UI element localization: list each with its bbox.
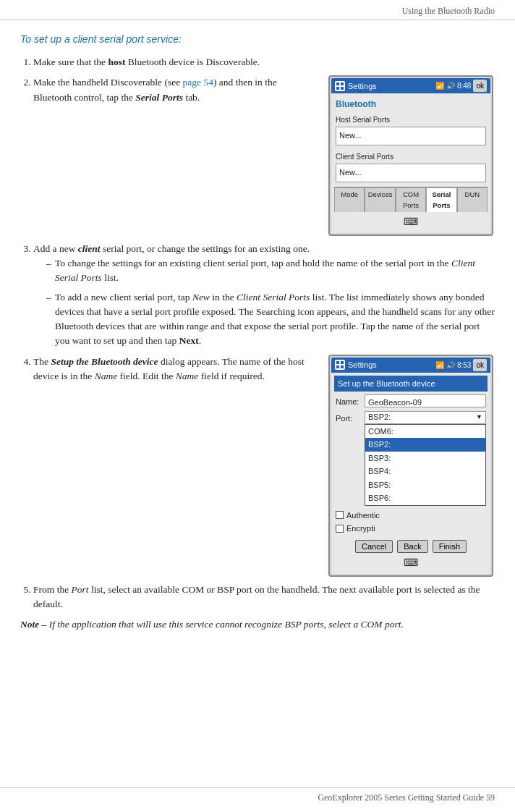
step-4: The Setup the Bluetooth device dialog ap… bbox=[33, 355, 495, 577]
tab-devices[interactable]: Devices bbox=[365, 187, 395, 212]
device2-port-row: Port: BSP2: ▼ COM6: BSP2: bbox=[334, 411, 488, 506]
device2-dropdown: COM6: BSP2: BSP3: BSP4: BSP5: BSP6: bbox=[365, 424, 486, 506]
dropdown-item-bsp4[interactable]: BSP4: bbox=[365, 465, 485, 478]
keyboard-icon: ⌨ bbox=[334, 212, 488, 230]
device2-button-row: Cancel Back Finish bbox=[334, 540, 488, 553]
device2-select-box[interactable]: BSP2: ▼ bbox=[365, 411, 486, 424]
device1-title: Settings bbox=[348, 80, 377, 93]
svg-rect-2 bbox=[336, 87, 339, 90]
next-ref: Next bbox=[179, 335, 199, 346]
step2-text: Make the handheld Discoverable (see page… bbox=[33, 75, 315, 236]
port-ref: Port bbox=[72, 584, 89, 595]
svg-rect-6 bbox=[336, 365, 339, 368]
device1-client-list: New... bbox=[336, 164, 486, 182]
dropdown-item-com6[interactable]: COM6: bbox=[365, 425, 485, 439]
footer-text: GeoExplorer 2005 Series Getting Started … bbox=[318, 792, 495, 803]
auth-checkbox[interactable] bbox=[336, 511, 344, 519]
device2-port-label: Port: bbox=[336, 411, 365, 425]
device1-tabs: Mode Devices COM Ports Serial Ports DUN bbox=[334, 187, 488, 212]
tab-com-ports[interactable]: COM Ports bbox=[396, 187, 426, 212]
device2-heading: Set up the Bluetooth device bbox=[334, 376, 488, 392]
device1-client-new: New... bbox=[339, 168, 362, 177]
device2-titlebar: Settings 📶 🔊 8:53 ok bbox=[331, 358, 490, 373]
device1-bluetooth-label: Bluetooth bbox=[334, 96, 488, 113]
svg-rect-1 bbox=[341, 83, 344, 85]
step-1: Make sure that the host Bluetooth device… bbox=[33, 55, 495, 69]
note-block: Note – If the application that will use … bbox=[20, 617, 495, 632]
tab-mode[interactable]: Mode bbox=[334, 187, 365, 212]
finish-button[interactable]: Finish bbox=[433, 540, 467, 553]
dropdown-item-bsp6[interactable]: BSP6: bbox=[365, 491, 485, 505]
name-field-ref-1: Name bbox=[95, 371, 118, 381]
section-heading: To set up a client serial port service: bbox=[20, 33, 495, 45]
device1-host-list: New... bbox=[336, 127, 486, 145]
tab-serial-ports[interactable]: Serial Ports bbox=[426, 187, 456, 212]
note-text: If the application that will use this se… bbox=[49, 619, 404, 630]
device2-name-input[interactable]: GeoBeacon-09 bbox=[365, 394, 486, 407]
device2-volume-icon: 🔊 bbox=[446, 360, 455, 371]
header-text: Using the Bluetooth Radio bbox=[402, 6, 495, 16]
device1-host-label: Host Serial Ports bbox=[334, 113, 488, 126]
device2-title: Settings bbox=[348, 359, 377, 371]
settings-icon bbox=[335, 81, 345, 91]
step3-subitem-1: To change the settings for an existing c… bbox=[46, 256, 495, 286]
svg-rect-3 bbox=[341, 87, 344, 90]
device2-body: Set up the Bluetooth device Name: GeoBea… bbox=[331, 373, 490, 574]
device1-host-new: New... bbox=[339, 131, 362, 140]
auth-label: Authentic bbox=[346, 509, 380, 522]
device1-titlebar: Settings 📶 🔊 8:48 ok bbox=[331, 78, 490, 93]
device2-auth-row: Authentic bbox=[334, 509, 488, 523]
device2-port-current: BSP2: bbox=[368, 411, 391, 423]
device1-status: 📶 🔊 8:48 ok bbox=[435, 80, 487, 92]
setup-dialog-ref: Setup the Bluetooth device bbox=[51, 356, 158, 367]
step-5: From the Port list, select an available … bbox=[33, 583, 495, 612]
note-label: Note – bbox=[20, 619, 46, 630]
device2-keyboard-icon: ⌨ bbox=[334, 553, 488, 571]
encrypt-label: Encrypti bbox=[346, 523, 375, 535]
device2-ok-btn[interactable]: ok bbox=[473, 359, 487, 371]
device2-mockup: Settings 📶 🔊 8:53 ok Set up the Bluetoot… bbox=[328, 355, 495, 577]
cancel-button[interactable]: Cancel bbox=[355, 540, 393, 553]
svg-rect-4 bbox=[336, 361, 339, 364]
page54-link[interactable]: page 54 bbox=[183, 77, 213, 88]
page-header: Using the Bluetooth Radio bbox=[0, 0, 515, 20]
dropdown-arrow-icon: ▼ bbox=[476, 413, 482, 423]
new-ref: New bbox=[192, 292, 210, 303]
step3-subitems: To change the settings for an existing c… bbox=[33, 256, 495, 349]
step4-text: The Setup the Bluetooth device dialog ap… bbox=[33, 355, 315, 577]
svg-rect-0 bbox=[336, 83, 339, 85]
device1-mockup: Settings 📶 🔊 8:48 ok Bluetooth Host bbox=[328, 75, 495, 236]
encrypt-checkbox[interactable] bbox=[336, 525, 344, 533]
step3-client-ref: client bbox=[78, 243, 101, 254]
dropdown-item-bsp3[interactable]: BSP3: bbox=[365, 452, 485, 465]
page-content: To set up a client serial port service: … bbox=[0, 20, 515, 645]
step-2: Make the handheld Discoverable (see page… bbox=[33, 75, 495, 236]
device2-port-select[interactable]: BSP2: ▼ COM6: BSP2: BSP3: BSP4: BSP5: bbox=[365, 411, 486, 506]
device2-name-row: Name: GeoBeacon-09 bbox=[334, 394, 488, 408]
device1-client-label: Client Serial Ports bbox=[334, 150, 488, 163]
back-button[interactable]: Back bbox=[397, 540, 427, 553]
name-field-ref-2: Name bbox=[176, 371, 199, 381]
step-3: Add a new client serial port, or change … bbox=[33, 242, 495, 349]
dropdown-item-bsp5[interactable]: BSP5: bbox=[365, 478, 485, 492]
device2-time: 8:53 bbox=[457, 360, 471, 371]
page-footer: GeoExplorer 2005 Series Getting Started … bbox=[0, 787, 515, 803]
dropdown-item-bsp2[interactable]: BSP2: bbox=[365, 438, 485, 452]
device2-encrypt-row: Encrypti bbox=[334, 522, 488, 536]
device1-ok-btn[interactable]: ok bbox=[473, 80, 487, 92]
device2-name-label: Name: bbox=[336, 394, 365, 408]
svg-rect-7 bbox=[341, 365, 344, 368]
device1-body: Bluetooth Host Serial Ports New... Clien… bbox=[331, 93, 490, 233]
tab-dun[interactable]: DUN bbox=[457, 187, 488, 212]
step1-bold: host bbox=[108, 56, 125, 67]
step3-subitem-2: To add a new client serial port, tap New… bbox=[46, 290, 495, 349]
signal-icon: 📶 bbox=[435, 80, 444, 91]
client-serial-ports-ref-2: Client Serial Ports bbox=[237, 292, 310, 303]
device2-status: 📶 🔊 8:53 ok bbox=[435, 359, 487, 371]
device2-signal-icon: 📶 bbox=[435, 360, 444, 371]
device1-time: 8:48 bbox=[457, 80, 471, 91]
serial-ports-ref: Serial Ports bbox=[135, 92, 183, 103]
device2-name-value: GeoBeacon-09 bbox=[368, 398, 422, 407]
svg-rect-5 bbox=[341, 361, 344, 364]
volume-icon: 🔊 bbox=[446, 80, 455, 91]
